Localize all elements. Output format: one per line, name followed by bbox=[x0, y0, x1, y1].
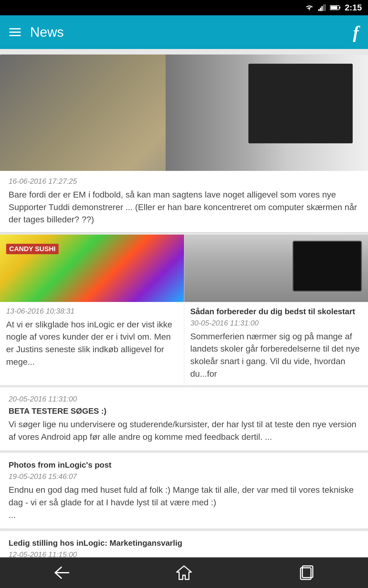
candy-sushi-timestamp: 13-06-2016 10:38:31 bbox=[6, 307, 178, 315]
school-laptop-img bbox=[184, 235, 368, 302]
beta-timestamp: 20-05-2016 11:31:00 bbox=[9, 395, 359, 403]
featured-timestamp: 16-06-2016 17:27:25 bbox=[9, 177, 359, 186]
svg-rect-0 bbox=[318, 9, 320, 11]
school-title: Sådan forbereder du dig bedst til skoles… bbox=[190, 307, 362, 316]
photos-ellipsis: ... bbox=[9, 509, 359, 522]
nav-back-button[interactable] bbox=[43, 562, 80, 583]
beta-testers-card[interactable]: 20-05-2016 11:31:00 BETA TESTERE SØGES :… bbox=[0, 387, 368, 450]
svg-rect-4 bbox=[324, 4, 326, 11]
news-feed: 16-06-2016 17:27:25 Bare fordi der er EM… bbox=[0, 49, 368, 588]
photos-text: Endnu en god dag med huset fuld af folk … bbox=[9, 484, 359, 509]
news-card-row: 13-06-2016 10:38:31 At vi er slikglade h… bbox=[0, 235, 368, 385]
svg-marker-9 bbox=[177, 566, 191, 579]
job-section-title: Ledig stilling hos inLogic: Marketingans… bbox=[9, 538, 359, 548]
school-content: Sådan forbereder du dig bedst til skoles… bbox=[184, 302, 368, 385]
featured-image bbox=[0, 55, 368, 171]
candy-sushi-img bbox=[0, 235, 184, 302]
school-text: Sommerferien nærmer sig og på mange af l… bbox=[190, 330, 362, 380]
svg-rect-6 bbox=[339, 7, 340, 9]
school-timestamp: 30-05-2016 11:31:00 bbox=[190, 319, 362, 327]
app-bar: News f bbox=[0, 15, 368, 49]
signal-icon bbox=[318, 4, 326, 11]
app-bar-title: News bbox=[30, 24, 64, 40]
svg-rect-3 bbox=[323, 5, 324, 11]
school-card[interactable]: Sådan forbereder du dig bedst til skoles… bbox=[184, 235, 368, 385]
school-image bbox=[184, 235, 368, 302]
recents-icon bbox=[299, 565, 314, 580]
back-icon bbox=[53, 566, 70, 579]
wifi-icon bbox=[305, 4, 314, 11]
svg-rect-1 bbox=[320, 8, 321, 11]
photos-section-title: Photos from inLogic's post bbox=[9, 460, 359, 470]
menu-button[interactable] bbox=[9, 28, 21, 36]
app-bar-left: News bbox=[9, 24, 64, 40]
nav-home-button[interactable] bbox=[166, 562, 202, 583]
candy-sushi-text: At vi er slikglade hos inLogic er der vi… bbox=[6, 318, 178, 368]
facebook-button[interactable]: f bbox=[353, 22, 359, 43]
battery-icon bbox=[330, 5, 340, 10]
photos-post-card[interactable]: Photos from inLogic's post 19-05-2016 15… bbox=[0, 453, 368, 529]
computer-desk-image bbox=[0, 55, 368, 171]
featured-text: Bare fordi der er EM i fodbold, så kan m… bbox=[9, 189, 359, 226]
candy-sushi-content: 13-06-2016 10:38:31 At vi er slikglade h… bbox=[0, 302, 184, 373]
home-icon bbox=[176, 565, 192, 581]
svg-rect-7 bbox=[331, 6, 337, 9]
status-bar: 2:15 bbox=[0, 0, 368, 15]
featured-card-content: 16-06-2016 17:27:25 Bare fordi der er EM… bbox=[0, 171, 368, 232]
status-time: 2:15 bbox=[345, 3, 362, 13]
candy-sushi-card[interactable]: 13-06-2016 10:38:31 At vi er slikglade h… bbox=[0, 235, 184, 385]
photos-timestamp: 19-05-2016 15:46:07 bbox=[9, 472, 359, 481]
bottom-nav bbox=[0, 557, 368, 588]
nav-recents-button[interactable] bbox=[288, 562, 325, 583]
beta-text: Vi søger lige nu undervisere og studeren… bbox=[9, 418, 359, 443]
svg-rect-2 bbox=[321, 6, 323, 11]
candy-sushi-image bbox=[0, 235, 184, 302]
news-card-featured[interactable]: 16-06-2016 17:27:25 Bare fordi der er EM… bbox=[0, 55, 368, 232]
beta-title: BETA TESTERE SØGES :) bbox=[9, 406, 359, 416]
